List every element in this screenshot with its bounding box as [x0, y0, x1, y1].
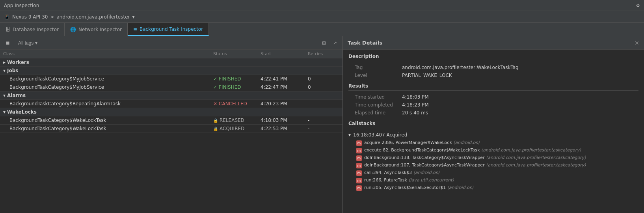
export-icon[interactable]: ↗: [331, 39, 339, 47]
section-wakelocks[interactable]: WakeLocks: [0, 108, 342, 116]
row-status: RELEASED: [213, 118, 261, 123]
stop-button[interactable]: ⏹: [3, 39, 13, 47]
table-body: Workers Jobs BackgroundTaskCategory$MyJo…: [0, 58, 342, 213]
wakelocks-label: WakeLocks: [3, 109, 213, 115]
row-start: 4:20:23 PM: [261, 101, 308, 106]
checkmark-icon: [213, 84, 217, 90]
stop-icon: ⏹: [6, 40, 10, 46]
title-bar-actions: ⚙: [636, 3, 640, 8]
tab-db-label: Database Inspector: [13, 27, 59, 32]
callstack-method: call:394, AsyncTask$3 (android.os): [364, 170, 439, 175]
callstack-chevron: [348, 132, 351, 138]
workers-chevron: [3, 60, 6, 65]
tab-bg-label: Background Task Inspector: [140, 26, 203, 32]
callstack-method: execute:82, BackgroundTaskCategory$WakeL…: [364, 148, 581, 153]
app-label: android.com.java.profilertester: [57, 14, 130, 20]
workers-label: Workers: [3, 60, 213, 65]
row-status: CANCELLED: [213, 101, 261, 106]
callstack-method: run:266, FutureTask (java.util.concurren…: [364, 178, 454, 183]
lock-icon: [213, 118, 218, 123]
callstack-item: m run:266, FutureTask (java.util.concurr…: [348, 177, 638, 184]
bg-icon: ≡: [133, 26, 137, 32]
device-bar: 📱 Nexus 9 API 30 > android.com.java.prof…: [0, 11, 644, 23]
callstack-method: doInBackground:138, TaskCategory$AsyncTa…: [364, 155, 586, 160]
time-completed-label: Time completed: [355, 102, 402, 108]
all-tags-button[interactable]: All tags ▾: [16, 39, 40, 47]
level-value: PARTIAL_WAKE_LOCK: [402, 73, 452, 78]
section-jobs[interactable]: Jobs: [0, 67, 342, 75]
tab-net-label: Network Inspector: [78, 27, 122, 32]
level-label: Level: [355, 73, 402, 78]
table-row[interactable]: BackgroundTaskCategory$WakeLockTask RELE…: [0, 116, 342, 125]
callstack-method: doInBackground:107, TaskCategory$AsyncTa…: [364, 163, 586, 168]
jobs-title: Jobs: [7, 68, 18, 73]
tag-label: Tag: [355, 65, 402, 70]
level-row: Level PARTIAL_WAKE_LOCK: [348, 71, 638, 79]
row-class: BackgroundTaskCategory$MyJobService: [9, 84, 213, 90]
grid-icon[interactable]: ⊞: [320, 39, 328, 47]
settings-icon[interactable]: ⚙: [636, 3, 640, 8]
table-header: Class Status Start Retries: [0, 50, 342, 58]
row-class: BackgroundTaskCategory$RepeatingAlarmTas…: [9, 101, 213, 106]
tab-network-inspector[interactable]: 🌐 Network Inspector: [65, 23, 128, 36]
row-class: BackgroundTaskCategory$MyJobService: [9, 76, 213, 82]
table-row[interactable]: BackgroundTaskCategory$MyJobService FINI…: [0, 83, 342, 92]
left-panel: ⏹ All tags ▾ ⊞ ↗ Class Status Start Retr…: [0, 36, 343, 213]
method-icon: m: [356, 170, 362, 176]
device-separator: >: [50, 14, 54, 20]
callstack-item: m execute:82, BackgroundTaskCategory$Wak…: [348, 147, 638, 154]
section-alarms[interactable]: Alarms: [0, 92, 342, 100]
row-start: 4:22:53 PM: [261, 126, 308, 131]
time-started-row: Time started 4:18:03 PM: [348, 93, 638, 101]
header-status: Status: [213, 51, 261, 56]
alarms-label: Alarms: [3, 93, 213, 98]
device-label: Nexus 9 API 30: [12, 14, 48, 20]
time-completed-row: Time completed 4:18:23 PM: [348, 101, 638, 109]
row-retries: 0: [308, 84, 339, 90]
app-title: App Inspection: [4, 3, 39, 8]
elapsed-time-row: Elapsed time 20 s 40 ms: [348, 109, 638, 117]
task-details-content: Description Tag android.com.java.profile…: [343, 50, 644, 213]
description-section-title: Description: [348, 54, 638, 61]
device-icon: 📱: [4, 14, 10, 20]
jobs-label: Jobs: [3, 68, 213, 73]
tags-dropdown-icon: ▾: [35, 40, 37, 46]
toolbar: ⏹ All tags ▾ ⊞ ↗: [0, 36, 342, 50]
db-icon: 🗄: [6, 27, 10, 32]
close-button[interactable]: ✕: [635, 40, 639, 46]
task-details-title: Task Details: [348, 40, 382, 46]
callstack-method: acquire:2386, PowerManager$WakeLock (and…: [364, 140, 480, 145]
row-start: 4:18:03 PM: [261, 118, 308, 123]
device-dropdown-icon[interactable]: ▾: [132, 14, 134, 20]
tag-row: Tag android.com.java.profilertester:Wake…: [348, 64, 638, 71]
tab-database-inspector[interactable]: 🗄 Database Inspector: [0, 23, 65, 36]
method-icon: m: [356, 155, 362, 161]
callstacks-section-title: Callstacks: [348, 121, 638, 128]
section-workers[interactable]: Workers: [0, 58, 342, 67]
callstack-entry-header[interactable]: 16:18:03.407 Acquired: [348, 131, 638, 139]
time-started-label: Time started: [355, 94, 402, 100]
title-bar: App Inspection ⚙: [0, 0, 644, 11]
tag-value: android.com.java.profilertester:WakeLock…: [402, 65, 519, 70]
method-icon: m: [356, 178, 362, 183]
header-retries: Retries: [308, 51, 339, 56]
time-started-value: 4:18:03 PM: [402, 94, 429, 100]
table-row[interactable]: BackgroundTaskCategory$RepeatingAlarmTas…: [0, 100, 342, 108]
wakelocks-chevron: [3, 109, 6, 115]
workers-title: Workers: [7, 60, 29, 65]
table-row[interactable]: BackgroundTaskCategory$MyJobService FINI…: [0, 75, 342, 83]
callstack-item: m call:394, AsyncTask$3 (android.os): [348, 169, 638, 177]
callstack-item: m doInBackground:138, TaskCategory$Async…: [348, 154, 638, 162]
header-class: Class: [3, 51, 213, 56]
all-tags-label: All tags: [18, 40, 34, 46]
callstack-item: m run:305, AsyncTask$SerialExecutor$1 (a…: [348, 184, 638, 192]
callstack-item: m acquire:2386, PowerManager$WakeLock (a…: [348, 139, 638, 147]
callstack-method: run:305, AsyncTask$SerialExecutor$1 (and…: [364, 185, 473, 190]
alarms-chevron: [3, 93, 6, 98]
row-status: FINISHED: [213, 76, 261, 82]
right-panel: Task Details ✕ Description Tag android.c…: [343, 36, 644, 213]
table-row[interactable]: BackgroundTaskCategory$WakeLockTask ACQU…: [0, 125, 342, 133]
tab-background-task-inspector[interactable]: ≡ Background Task Inspector: [128, 23, 209, 36]
row-retries: -: [308, 126, 339, 131]
toolbar-right: ⊞ ↗: [320, 39, 339, 47]
